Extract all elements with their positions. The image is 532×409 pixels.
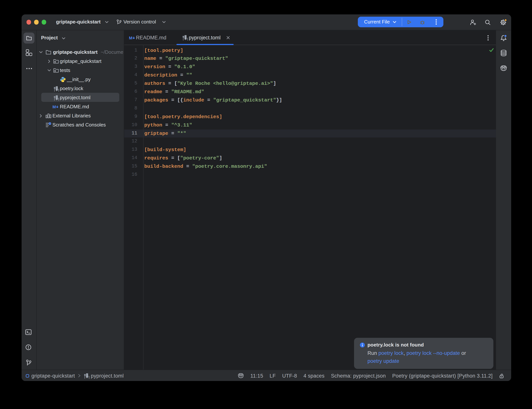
svg-text:[T]: [T] [54,88,59,92]
svg-text:[T]: [T] [84,376,90,379]
svg-text:M: M [52,104,56,109]
svg-text:[T]: [T] [182,37,188,40]
svg-text:[T]: [T] [54,98,59,101]
svg-text:M: M [129,36,132,40]
